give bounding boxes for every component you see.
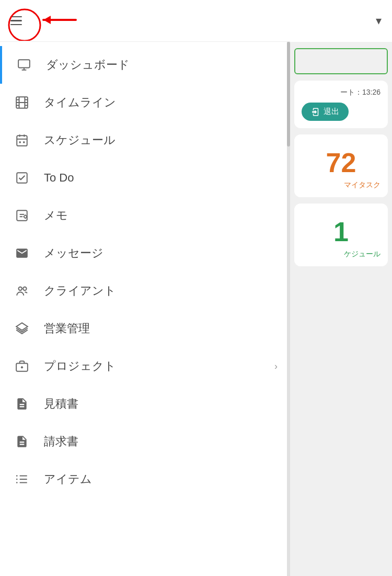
invoice-label: 請求書: [44, 434, 278, 449]
schedule-label: ケジュール: [302, 250, 381, 259]
edit-icon: [13, 206, 31, 225]
sidebar-item-items[interactable]: アイテム: [0, 460, 290, 498]
svg-rect-16: [17, 135, 27, 146]
client-label: クライアント: [44, 283, 278, 299]
list-icon: [13, 470, 31, 489]
svg-rect-20: [19, 141, 21, 143]
layers-icon: [13, 319, 31, 338]
sidebar-item-timeline[interactable]: タイムライン: [0, 84, 290, 121]
sidebar-item-todo[interactable]: To Do: [0, 159, 290, 197]
message-label: メッセージ: [44, 245, 278, 261]
logout-icon: [311, 107, 320, 117]
svg-point-26: [19, 287, 22, 290]
drawer-menu: ダッシュボード タイムライン: [0, 42, 290, 576]
svg-point-27: [23, 287, 26, 290]
right-panel: ート：13:26 退出 72 マイタスク 1 ケジュール: [290, 42, 392, 576]
drawer-header: [0, 0, 290, 42]
sidebar-item-message[interactable]: メッセージ: [0, 234, 290, 272]
items-label: アイテム: [44, 471, 278, 487]
sidebar-item-project[interactable]: プロジェクト ›: [0, 347, 290, 385]
header-chevron[interactable]: ▾: [376, 14, 382, 28]
sidebar-item-client[interactable]: クライアント: [0, 272, 290, 310]
svg-rect-21: [23, 141, 25, 143]
project-label: プロジェクト: [44, 358, 262, 374]
schedule-count: 1: [302, 216, 381, 247]
drawer-scrollbar-thumb[interactable]: [287, 42, 290, 146]
sidebar-item-schedule[interactable]: スケジュール: [0, 121, 290, 159]
calendar-icon: [13, 131, 31, 150]
doc1-icon: [13, 394, 31, 413]
mail-icon: [13, 244, 31, 263]
sidebar-item-dashboard[interactable]: ダッシュボード: [0, 46, 290, 84]
task-card: 72 マイタスク: [294, 134, 388, 197]
svg-rect-5: [18, 60, 30, 67]
logout-button[interactable]: 退出: [302, 103, 349, 121]
task-count: 72: [302, 147, 381, 178]
users-icon: [13, 281, 31, 300]
doc2-icon: [13, 432, 31, 451]
timeline-label: タイムライン: [44, 95, 278, 110]
sidebar-item-estimate[interactable]: 見積書: [0, 385, 290, 423]
green-border-card: [294, 48, 388, 74]
task-label: マイタスク: [302, 180, 381, 190]
film-icon: [13, 93, 31, 112]
drawer-hamburger-button[interactable]: [10, 16, 22, 26]
sidebar-item-invoice[interactable]: 請求書: [0, 423, 290, 460]
schedule-label: スケジュール: [44, 132, 278, 148]
memo-label: メモ: [44, 208, 278, 223]
checkbox-icon: [13, 168, 31, 187]
drawer-scrollbar[interactable]: [287, 42, 290, 576]
time-card: ート：13:26 退出: [294, 81, 388, 128]
sales-label: 営業管理: [44, 321, 278, 336]
monitor-icon: [15, 55, 33, 74]
project-chevron-icon: ›: [274, 361, 278, 372]
schedule-card: 1 ケジュール: [294, 204, 388, 266]
time-label: ート：13:26: [302, 88, 381, 97]
todo-label: To Do: [44, 171, 278, 185]
sidebar-item-sales[interactable]: 営業管理: [0, 310, 290, 347]
logout-label: 退出: [324, 107, 339, 117]
navigation-drawer: ダッシュボード タイムライン: [0, 0, 290, 576]
dashboard-label: ダッシュボード: [46, 57, 278, 73]
sidebar-item-memo[interactable]: メモ: [0, 197, 290, 234]
estimate-label: 見積書: [44, 396, 278, 412]
briefcase-icon: [13, 357, 31, 376]
